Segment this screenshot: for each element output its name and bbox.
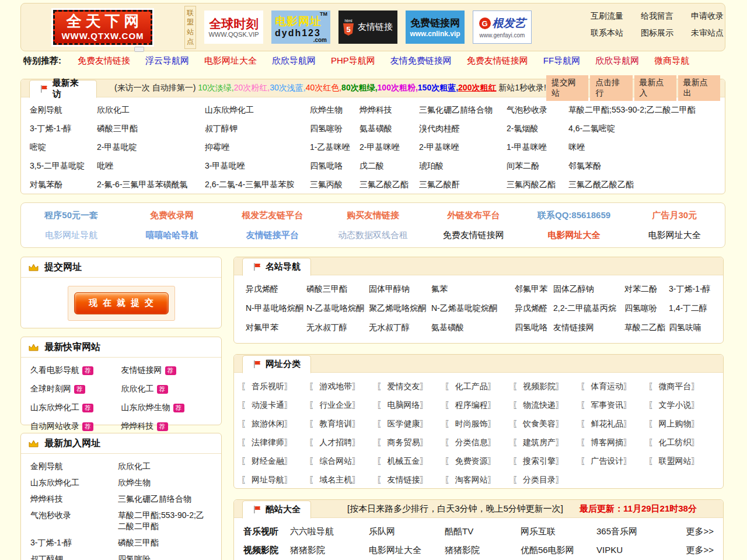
visitor-link[interactable]: 三氟丙酸 bbox=[310, 180, 359, 190]
visitor-link[interactable]: 3-丁烯-1-醇 bbox=[30, 124, 97, 134]
top-nav-link[interactable]: 联系本站 bbox=[591, 28, 623, 38]
recommend-link[interactable]: 欣欣导航网 bbox=[272, 55, 316, 65]
famous-site-link[interactable]: 草酸二乙酯 bbox=[624, 323, 669, 332]
visitor-link[interactable]: 2-甲基吡啶 bbox=[97, 142, 205, 152]
category-link[interactable]: 〖 旅游休闲〗 bbox=[241, 419, 309, 429]
category-link[interactable]: 〖 文学小说〗 bbox=[648, 400, 716, 410]
cool-site-link[interactable]: 六六啦导航 bbox=[290, 526, 369, 537]
category-link[interactable]: 〖 化工纺织〗 bbox=[648, 438, 716, 447]
visitor-link[interactable]: 2-甲基咪唑 bbox=[359, 142, 419, 152]
category-link[interactable]: 〖 程序编程〗 bbox=[445, 400, 512, 410]
visitor-link[interactable]: 叔丁醇钾 bbox=[205, 124, 310, 134]
sponsor-link[interactable]: 电影网址大全 bbox=[624, 230, 725, 241]
newest-site-link[interactable]: 烨烨科技 bbox=[30, 494, 118, 505]
recommend-link[interactable]: 浮云导航网 bbox=[145, 55, 189, 65]
visitor-link[interactable]: 邻氯苯酚 bbox=[568, 161, 716, 171]
visitor-link[interactable]: 2-甲基咪唑 bbox=[419, 142, 507, 152]
newest-site-link[interactable]: 叔丁醇钾 bbox=[30, 554, 118, 560]
category-link[interactable]: 〖 综合网站〗 bbox=[309, 456, 376, 466]
famous-site-link[interactable]: 四氢噻吩 bbox=[624, 303, 669, 313]
famous-site-link[interactable]: 四氢吡咯 bbox=[515, 323, 553, 332]
banner-cnlink[interactable]: 免费链接网 www.cnlink.vip bbox=[406, 10, 465, 44]
visitor-link[interactable]: 四氢噻吩 bbox=[310, 124, 359, 134]
visitor-link[interactable]: 溴代肉桂醛 bbox=[419, 124, 507, 134]
category-link[interactable]: 〖 友情链接〗 bbox=[377, 475, 445, 485]
famous-site-link[interactable]: 氟苯 bbox=[431, 284, 515, 294]
recommend-link[interactable]: 微商导航 bbox=[654, 55, 689, 65]
newest-site-link[interactable]: 三氟化硼乙腈络合物 bbox=[118, 494, 212, 505]
visitor-link[interactable]: 金刚导航 bbox=[30, 105, 97, 115]
sponsor-link[interactable]: 友情链接平台 bbox=[222, 230, 323, 241]
newest-site-link[interactable]: 山东欣烨化工 bbox=[30, 477, 118, 488]
category-link[interactable]: 〖 网上购物〗 bbox=[648, 419, 716, 429]
category-link[interactable]: 〖 体育运动〗 bbox=[580, 382, 648, 391]
visitor-link[interactable]: 欣烨生物 bbox=[310, 105, 359, 115]
sponsor-link[interactable]: 免费友情链接网 bbox=[423, 230, 523, 241]
visitor-link[interactable]: 4,6-二氯嘧啶 bbox=[568, 124, 716, 134]
top-nav-link[interactable]: 申请收录 bbox=[691, 11, 724, 22]
visitor-link[interactable]: 戊二酸 bbox=[359, 161, 419, 171]
category-link[interactable]: 〖 免费资源〗 bbox=[445, 456, 512, 466]
cool-site-link[interactable]: 优酷56电影网 bbox=[521, 545, 596, 555]
fast-review-link[interactable]: 久看电影导航 bbox=[30, 365, 79, 374]
sponsor-link[interactable]: 动态数据双线合租 bbox=[323, 230, 423, 241]
banner-html5-links[interactable]: html 5 友情链接 bbox=[338, 10, 397, 44]
category-link[interactable]: 〖 时尚服饰〗 bbox=[445, 419, 512, 429]
visitor-link[interactable]: 2-氟-6-三氟甲基苯磺酰氯 bbox=[97, 180, 205, 190]
visitor-action-button[interactable]: 最新点入 bbox=[634, 75, 676, 101]
cool-site-link[interactable]: 网乐互联 bbox=[521, 526, 596, 537]
cool-site-link[interactable]: 酷酷TV bbox=[445, 526, 521, 537]
category-link[interactable]: 〖 分类信息〗 bbox=[445, 438, 512, 447]
visitor-link[interactable]: 间苯二酚 bbox=[507, 161, 568, 171]
famous-site-link[interactable]: 聚乙烯吡咯烷酮 bbox=[369, 303, 431, 313]
banner-genfayi[interactable]: G 根发艺 www.genfayi.com bbox=[473, 10, 532, 44]
category-link[interactable]: 〖 法律律师〗 bbox=[241, 438, 309, 447]
visitor-link[interactable]: 3,5-二甲基吡啶 bbox=[30, 161, 97, 171]
submit-now-button[interactable]: 现在就提交 bbox=[74, 292, 169, 314]
visitor-link[interactable]: 三氟丙酸乙酯 bbox=[507, 180, 568, 190]
visitor-link[interactable]: 咪唑 bbox=[568, 142, 716, 152]
banner-qqsk[interactable]: 全球时刻 WWW.QQSK.VIP bbox=[204, 10, 263, 44]
category-link[interactable]: 〖 物流快递〗 bbox=[512, 400, 580, 410]
cool-site-link[interactable]: 猪猪影院 bbox=[445, 545, 521, 555]
category-link[interactable]: 〖 建筑房产〗 bbox=[512, 438, 580, 447]
category-link[interactable]: 〖 行业企业〗 bbox=[309, 400, 376, 410]
visitor-action-button[interactable]: 点击排行 bbox=[590, 75, 632, 101]
recommend-link[interactable]: FF导航网 bbox=[543, 55, 580, 65]
cool-site-link[interactable]: 乐队网 bbox=[369, 526, 445, 537]
top-nav-link[interactable]: 给我留言 bbox=[641, 11, 673, 22]
visitor-link[interactable]: 对氯苯酚 bbox=[30, 180, 97, 190]
category-link[interactable]: 〖 视频影院〗 bbox=[512, 382, 580, 391]
visitor-link[interactable]: 烨烨科技 bbox=[359, 105, 419, 115]
visitor-link[interactable]: 山东欣烨化工 bbox=[205, 105, 310, 115]
category-link[interactable]: 〖 教育培训〗 bbox=[309, 419, 376, 429]
visitor-link[interactable]: 三氟化硼乙腈络合物 bbox=[419, 105, 507, 115]
fast-review-link[interactable]: 自动网站收录 bbox=[30, 421, 79, 430]
category-link[interactable]: 〖 化工产品〗 bbox=[445, 382, 512, 391]
visitor-link[interactable]: 1-甲基咪唑 bbox=[507, 142, 568, 152]
category-link[interactable]: 〖 广告设计〗 bbox=[580, 456, 648, 466]
famous-site-link[interactable]: 3-丁烯-1-醇 bbox=[669, 284, 711, 294]
sponsor-link[interactable]: 程序50元一套 bbox=[21, 210, 121, 221]
famous-site-link[interactable]: 对苯二酚 bbox=[624, 284, 669, 294]
category-link[interactable]: 〖 淘客网站〗 bbox=[445, 475, 512, 485]
category-link[interactable]: 〖 分类目录〗 bbox=[512, 475, 580, 485]
famous-site-link[interactable]: N-乙烯基吡啶烷酮 bbox=[431, 303, 515, 313]
recommend-link[interactable]: PHP导航网 bbox=[331, 55, 375, 65]
famous-site-link[interactable]: N-甲基吡咯烷酮 bbox=[246, 303, 306, 313]
cool-site-link[interactable]: VIPKU bbox=[596, 545, 672, 555]
category-link[interactable]: 〖 域名主机〗 bbox=[309, 475, 376, 485]
famous-site-link[interactable]: 四氢呋喃 bbox=[669, 323, 711, 332]
famous-site-link[interactable]: 无水叔丁醇 bbox=[306, 323, 369, 332]
category-link[interactable]: 〖 联盟网站〗 bbox=[648, 456, 716, 466]
visitor-link[interactable]: 气泡秒收录 bbox=[507, 105, 568, 115]
famous-site-link[interactable]: 无水叔丁醇 bbox=[369, 323, 431, 332]
tab-cool-sites[interactable]: 酷站大全 bbox=[242, 501, 311, 519]
famous-site-link[interactable]: 磷酸三甲酯 bbox=[306, 284, 369, 294]
newest-site-link[interactable]: 磷酸三甲酯 bbox=[118, 537, 212, 548]
collapse-handle[interactable] bbox=[134, 47, 144, 52]
sponsor-link[interactable]: 联系QQ:85618659 bbox=[523, 210, 624, 221]
famous-site-link[interactable]: 邻氟甲苯 bbox=[515, 284, 553, 294]
sponsor-link[interactable]: 根发艺友链平台 bbox=[222, 210, 323, 221]
sponsor-link[interactable]: 购买友情链接 bbox=[323, 210, 423, 221]
